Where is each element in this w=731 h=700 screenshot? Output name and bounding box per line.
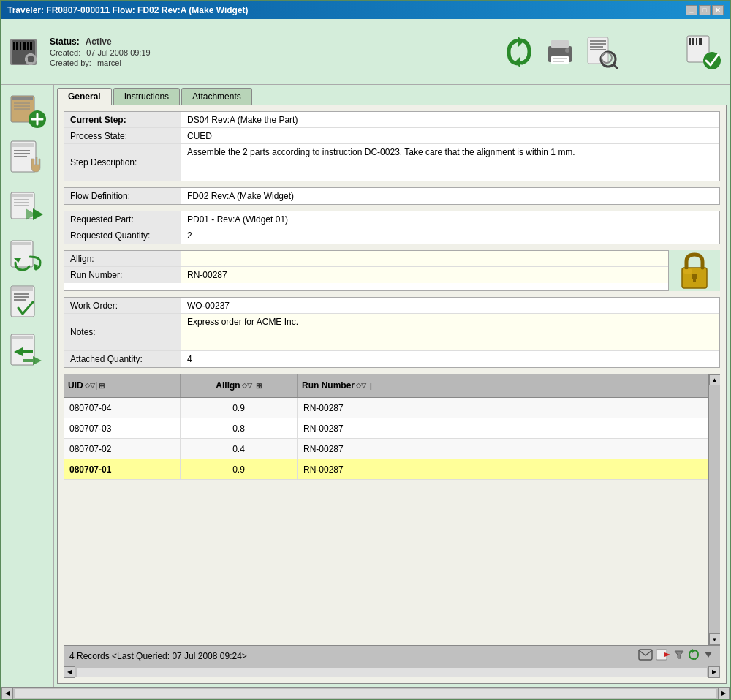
svg-rect-25: [590, 46, 603, 48]
svg-rect-48: [14, 156, 27, 157]
svg-rect-47: [14, 153, 30, 154]
table-row[interactable]: 080707-01 0.9 RN-00287: [64, 459, 708, 480]
minimize-button[interactable]: _: [686, 5, 697, 15]
attached-qty-value: 4: [181, 351, 719, 367]
run-column-icon: |: [368, 382, 372, 390]
flow-def-value: FD02 Rev:A (Make Widget): [181, 188, 719, 204]
svg-rect-10: [29, 53, 32, 56]
window-title: Traveler: FR0807-000011 Flow: FD02 Rev:A…: [7, 5, 249, 15]
table-row[interactable]: 080707-03 0.8 RN-00287: [64, 418, 708, 439]
sidebar-forward-button[interactable]: [6, 184, 50, 228]
svg-rect-17: [551, 40, 569, 48]
tabs: General Instructions Attachments: [57, 88, 727, 105]
horizontal-scrollbar[interactable]: ◀ ▶: [64, 666, 720, 677]
svg-rect-24: [590, 43, 606, 45]
process-state-value: CUED: [181, 128, 719, 143]
tab-attachments[interactable]: Attachments: [181, 88, 252, 105]
content-area: General Instructions Attachments Current…: [1, 85, 730, 687]
main-horizontal-scrollbar[interactable]: ◀ ▶: [1, 687, 730, 699]
attached-qty-label: Attached Quantity:: [64, 351, 181, 367]
sidebar-edit-button[interactable]: [6, 136, 50, 180]
scroll-up-button[interactable]: ▲: [709, 374, 721, 385]
col-header-allign: Allign ◇▽ ⊞: [181, 374, 298, 397]
svg-rect-26: [590, 49, 606, 50]
svg-rect-4: [20, 42, 21, 50]
refresh-toolbar-button[interactable]: [500, 33, 538, 71]
run-filter-icons[interactable]: ◇▽: [356, 382, 366, 389]
svg-rect-20: [553, 61, 564, 62]
sidebar-add-button[interactable]: [6, 88, 50, 132]
sidebar-check-button[interactable]: [6, 281, 50, 325]
col-header-run: Run Number ◇▽ |: [298, 374, 708, 397]
complete-button[interactable]: [684, 33, 722, 71]
process-state-label: Process State:: [64, 128, 181, 143]
print-button[interactable]: [541, 33, 579, 71]
cell-allign-0: 0.9: [181, 398, 298, 418]
step-desc-label: Step Description:: [64, 144, 181, 181]
svg-rect-11: [29, 62, 32, 65]
work-order-row: Work Order: WO-00237: [64, 298, 719, 314]
svg-marker-14: [518, 36, 523, 48]
table-row[interactable]: 080707-02 0.4 RN-00287: [64, 439, 708, 459]
export-icon[interactable]: [656, 649, 670, 663]
svg-rect-23: [590, 40, 606, 42]
req-qty-row: Requested Quantity: 2: [64, 227, 719, 244]
close-button[interactable]: ✕: [712, 5, 724, 15]
footer-icons: [638, 649, 714, 663]
req-part-section: Requested Part: PD01 - Rev:A (Widget 01)…: [64, 211, 720, 244]
scroll-left-button[interactable]: ◀: [64, 666, 75, 678]
tab-general[interactable]: General: [57, 88, 112, 105]
svg-rect-62: [14, 293, 29, 295]
svg-rect-32: [692, 38, 694, 45]
tab-instructions[interactable]: Instructions: [113, 88, 180, 105]
title-bar: Traveler: FR0807-000011 Flow: FD02 Rev:A…: [1, 1, 730, 19]
allign-row: Allign:: [64, 251, 668, 267]
svg-rect-45: [12, 143, 34, 147]
allign-form: Allign: Run Number: RN-00287: [64, 250, 669, 291]
maximize-button[interactable]: □: [699, 5, 711, 15]
allign-value: [181, 251, 668, 266]
scroll-down-button[interactable]: ▼: [709, 633, 721, 645]
run-number-row: Run Number: RN-00287: [64, 267, 668, 283]
flow-def-row: Flow Definition: FD02 Rev:A (Make Widget…: [64, 188, 719, 204]
main-scroll-left[interactable]: ◀: [1, 688, 13, 699]
work-order-label: Work Order:: [64, 298, 181, 313]
cell-uid-3: 080707-01: [64, 459, 181, 479]
svg-rect-73: [639, 650, 652, 660]
vertical-scrollbar[interactable]: ▲ ▼: [708, 374, 720, 645]
req-part-value: PD01 - Rev:A (Widget 01): [181, 211, 719, 227]
sidebar-transfer-button[interactable]: [6, 329, 50, 373]
svg-rect-2: [13, 42, 15, 50]
records-count: 4 Records <Last Queried: 07 Jul 2008 09:…: [69, 651, 247, 661]
print-preview-button[interactable]: [582, 33, 620, 71]
scroll-right-button[interactable]: ▶: [708, 666, 720, 678]
sidebar-refresh-button[interactable]: [6, 233, 50, 276]
toolbar: Status: Active Created: 07 Jul 2008 09:1…: [1, 19, 730, 85]
cell-run-2: RN-00287: [298, 439, 708, 459]
main-window: Traveler: FR0807-000011 Flow: FD02 Rev:A…: [0, 0, 731, 700]
main-scroll-right[interactable]: ▶: [718, 688, 730, 699]
email-icon[interactable]: [638, 649, 653, 663]
svg-rect-61: [12, 287, 33, 291]
created-label: Created:: [50, 48, 80, 57]
svg-marker-76: [692, 649, 695, 653]
uid-filter-icons[interactable]: ◇▽: [85, 382, 95, 389]
work-order-value: WO-00237: [181, 298, 719, 313]
grid-refresh-icon[interactable]: [688, 649, 700, 663]
svg-marker-77: [705, 652, 712, 658]
allign-filter-icons[interactable]: ◇▽: [242, 382, 252, 389]
created-by-value: marcel: [97, 59, 121, 67]
notes-row: Notes: Express order for ACME Inc.: [64, 314, 719, 351]
run-number-label: Run Number:: [64, 267, 181, 283]
allign-column-icon: ⊞: [254, 382, 262, 390]
svg-rect-13: [34, 58, 37, 61]
table-row[interactable]: 080707-04 0.9 RN-00287: [64, 398, 708, 418]
svg-rect-34: [699, 38, 702, 45]
uid-column-icon: ⊞: [96, 382, 105, 390]
scroll-bottom-icon[interactable]: [702, 649, 714, 663]
created-by-label: Created by:: [50, 59, 91, 67]
filter-icon[interactable]: [673, 649, 685, 663]
req-part-row: Requested Part: PD01 - Rev:A (Widget 01): [64, 211, 719, 227]
cell-allign-3: 0.9: [181, 459, 298, 479]
svg-point-21: [565, 48, 569, 53]
